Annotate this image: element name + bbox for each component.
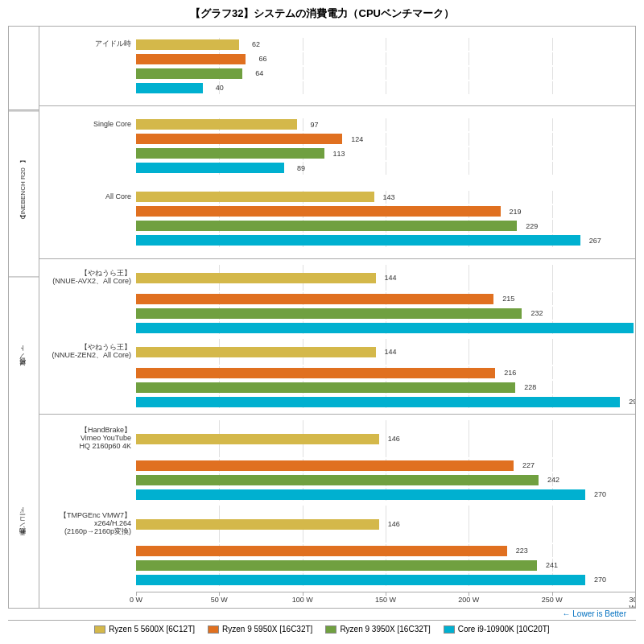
bar-row: 216 bbox=[39, 366, 635, 379]
lower-is-better: ← Lower is Better bbox=[563, 609, 626, 618]
bar-label-1-1: All Core bbox=[39, 193, 136, 201]
bar-2-1-1: 216 bbox=[136, 368, 495, 378]
bar-label-2-0: 【やねうら王】(NNUE-AVX2、All Core) bbox=[39, 270, 136, 286]
bar-row: 241 bbox=[39, 559, 635, 572]
bar-label-2-1: 【やねうら王】(NNUE-ZEN2、All Core) bbox=[39, 344, 136, 360]
bar-value-2-1-1: 216 bbox=[504, 369, 516, 377]
bar-value-3-0-1: 227 bbox=[522, 461, 535, 469]
bar-row: 66 bbox=[39, 52, 635, 65]
chart-title: 【グラフ32】システムの消費電力（CPUベンチマーク） bbox=[8, 6, 636, 21]
bar-value-3-1-0: 146 bbox=[388, 520, 400, 528]
x-label-4: 200 W bbox=[458, 596, 479, 604]
bar-row: アイドル時62 bbox=[39, 38, 635, 51]
legend-swatch-2 bbox=[325, 625, 336, 634]
bar-3-1-3: 270 bbox=[136, 575, 585, 585]
x-label-0: 0 W bbox=[130, 596, 142, 604]
group-2: 【やねうら王】(NNUE-AVX2、All Core)144215232299【… bbox=[39, 259, 635, 415]
bar-2-1-3: 291 bbox=[136, 397, 620, 407]
group-3: 【HandBrake】Vimeo YouTubeHQ 2160p60 4K146… bbox=[39, 415, 635, 592]
bar-value-1-1-1: 219 bbox=[510, 208, 522, 216]
legend: Ryzen 5 5600X [6C12T]Ryzen 9 5950X [16C3… bbox=[8, 620, 636, 638]
bar-0-0-2: 64 bbox=[136, 68, 242, 79]
bar-value-3-0-3: 270 bbox=[594, 490, 606, 498]
bar-row: 223 bbox=[39, 544, 635, 557]
bar-2-0-1: 215 bbox=[136, 294, 493, 304]
bar-value-2-1-2: 228 bbox=[524, 383, 536, 391]
bar-value-3-1-1: 223 bbox=[516, 547, 528, 555]
legend-item-3: Core i9-10900K [10C20T] bbox=[444, 625, 550, 634]
x-label-3: 150 W bbox=[375, 596, 396, 604]
bar-row: Single Core97 bbox=[39, 118, 635, 131]
bar-value-2-0-1: 215 bbox=[502, 295, 514, 303]
chart-container: 【グラフ32】システムの消費電力（CPUベンチマーク） 【CINEBENCH R… bbox=[0, 0, 644, 644]
bar-value-3-0-0: 146 bbox=[388, 435, 400, 443]
bar-value-1-0-1: 124 bbox=[351, 135, 363, 143]
bar-row: 299 bbox=[39, 321, 635, 334]
bar-row: 232 bbox=[39, 307, 635, 320]
x-label-1: 50 W bbox=[211, 596, 228, 604]
bar-row: 124 bbox=[39, 133, 635, 146]
legend-label-2: Ryzen 9 3950X [16C32T] bbox=[340, 625, 430, 634]
bar-row: 270 bbox=[39, 488, 635, 501]
bar-2-0-0: 144 bbox=[136, 273, 376, 283]
x-label-5: 250 W bbox=[542, 596, 563, 604]
bar-3-0-1: 227 bbox=[136, 460, 514, 471]
bar-row: 40 bbox=[39, 81, 635, 94]
bar-2-0-2: 232 bbox=[136, 308, 522, 319]
bar-0-0-3: 40 bbox=[136, 83, 203, 93]
x-label-6: 300 W bbox=[629, 596, 636, 609]
bar-1-1-3: 267 bbox=[136, 235, 580, 246]
bar-3-0-2: 242 bbox=[136, 475, 539, 485]
bar-row: 【TMPGEnc VMW7】x264/H.264(2160p→2160p変換)1… bbox=[39, 506, 635, 543]
bar-3-1-1: 223 bbox=[136, 546, 507, 556]
bar-row: 113 bbox=[39, 147, 635, 160]
bar-2-0-3: 299 bbox=[136, 323, 634, 333]
bar-0-0-1: 66 bbox=[136, 54, 246, 64]
bar-1-1-1: 219 bbox=[136, 206, 501, 217]
legend-label-1: Ryzen 9 5950X [16C32T] bbox=[222, 625, 312, 634]
x-label-2: 100 W bbox=[292, 596, 313, 604]
bar-row: 227 bbox=[39, 459, 635, 472]
bar-row: 215 bbox=[39, 292, 635, 305]
bar-value-0-0-1: 66 bbox=[258, 55, 266, 63]
bar-row: 【やねうら王】(NNUE-ZEN2、All Core)144 bbox=[39, 339, 635, 365]
section-label-cinebench: 【CINEBENCH R20】 bbox=[9, 110, 39, 276]
bar-1-0-2: 113 bbox=[136, 148, 324, 159]
bar-1-0-1: 124 bbox=[136, 134, 342, 144]
bar-value-1-1-2: 229 bbox=[526, 222, 538, 230]
bar-row: 64 bbox=[39, 67, 635, 80]
bar-row: 270 bbox=[39, 573, 635, 586]
bar-value-0-0-0: 62 bbox=[252, 40, 260, 48]
bar-value-0-0-2: 64 bbox=[255, 69, 263, 77]
bar-value-2-0-0: 144 bbox=[385, 274, 397, 282]
bar-row: 【やねうら王】(NNUE-AVX2、All Core)144 bbox=[39, 265, 635, 291]
bar-row: 89 bbox=[39, 162, 635, 175]
bar-0-0-0: 62 bbox=[136, 39, 239, 50]
bar-value-1-1-3: 267 bbox=[589, 237, 601, 245]
group-0: アイドル時62666440 bbox=[39, 27, 635, 106]
bar-row: 228 bbox=[39, 381, 635, 394]
bar-label-3-1: 【TMPGEnc VMW7】x264/H.264(2160p→2160p変換) bbox=[39, 512, 136, 536]
bar-value-2-1-0: 144 bbox=[385, 348, 397, 356]
bar-row: All Core143 bbox=[39, 191, 635, 204]
bar-value-3-1-3: 270 bbox=[594, 576, 606, 584]
bar-label-0-0: アイドル時 bbox=[39, 40, 136, 48]
bar-value-1-0-2: 113 bbox=[333, 150, 345, 158]
bar-3-0-0: 146 bbox=[136, 434, 379, 444]
bar-value-0-0-3: 40 bbox=[216, 84, 224, 92]
section-label-video: 動画エンコード bbox=[9, 443, 39, 608]
bar-3-0-3: 270 bbox=[136, 489, 585, 500]
bar-value-1-0-0: 97 bbox=[310, 121, 318, 129]
bar-value-3-0-2: 242 bbox=[547, 476, 559, 484]
legend-item-0: Ryzen 5 5600X [6C12T] bbox=[94, 625, 195, 634]
bar-row: 219 bbox=[39, 205, 635, 218]
bar-3-1-0: 146 bbox=[136, 519, 379, 530]
bar-value-2-0-2: 232 bbox=[530, 309, 543, 317]
bar-1-0-0: 97 bbox=[136, 119, 297, 130]
group-1: Single Core9712411389All Core14321922926… bbox=[39, 106, 635, 259]
bar-row: 【HandBrake】Vimeo YouTubeHQ 2160p60 4K146 bbox=[39, 420, 635, 457]
legend-swatch-1 bbox=[208, 625, 219, 634]
bar-row: 242 bbox=[39, 473, 635, 486]
bar-2-1-2: 228 bbox=[136, 382, 515, 393]
section-label-shogi: 将棋ソフト bbox=[9, 276, 39, 442]
